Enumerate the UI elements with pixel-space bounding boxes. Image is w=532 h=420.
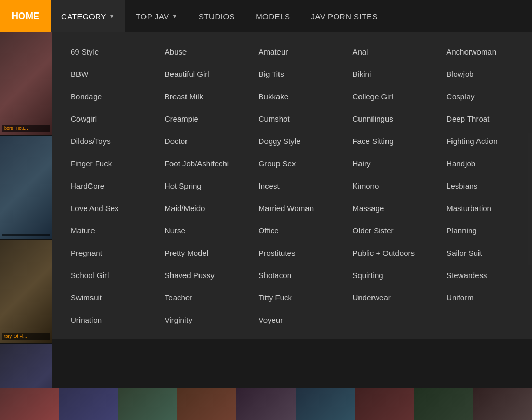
category-dropdown: 69 StyleAbuseAmateurAnalAnchorwomanBBWBe… xyxy=(52,32,532,339)
category-item[interactable]: Planning xyxy=(438,219,532,242)
category-item[interactable]: Bondage xyxy=(62,85,156,108)
card-label-3: tory Of Fl... xyxy=(2,333,50,340)
category-item[interactable]: Cowgirl xyxy=(62,108,156,130)
category-item[interactable]: Pregnant xyxy=(62,242,156,264)
nav-models-label: MODELS xyxy=(256,12,290,21)
bottom-thumb-4[interactable] xyxy=(177,388,236,420)
category-item[interactable]: Amateur xyxy=(250,41,344,63)
bottom-thumb-6[interactable] xyxy=(296,388,355,420)
category-item[interactable]: Love And Sex xyxy=(62,197,156,219)
bottom-thumbnail-row xyxy=(0,388,532,420)
category-item[interactable]: Masturbation xyxy=(438,197,532,219)
card-label-2 xyxy=(2,234,50,236)
category-item[interactable]: Sailor Suit xyxy=(438,242,532,264)
nav-category-label: CATEGORY xyxy=(61,12,107,21)
category-item[interactable]: Handjob xyxy=(438,152,532,175)
category-item[interactable]: Office xyxy=(250,219,344,242)
bottom-thumb-8[interactable] xyxy=(414,388,473,420)
category-item[interactable]: Married Woman xyxy=(250,197,344,219)
nav-jav-porn-sites-label: JAV PORN SITES xyxy=(311,12,377,21)
category-item[interactable]: 69 Style xyxy=(62,41,156,63)
nav-item-jav-porn-sites[interactable]: JAV PORN SITES xyxy=(300,0,388,32)
category-item[interactable]: Beautiful Girl xyxy=(156,63,250,85)
sidebar-card-1[interactable]: bors' Hou... xyxy=(0,32,52,136)
bottom-thumb-3[interactable] xyxy=(118,388,178,420)
category-item[interactable]: Virginity xyxy=(156,309,250,331)
category-item[interactable]: BBW xyxy=(62,63,156,85)
category-item[interactable]: Older Sister xyxy=(344,219,438,242)
nav-item-studios[interactable]: STUDIOS xyxy=(188,0,245,32)
category-item[interactable]: Incest xyxy=(250,175,344,197)
category-item[interactable]: Stewardess xyxy=(438,264,532,286)
category-item[interactable]: Blowjob xyxy=(438,63,532,85)
category-item[interactable]: HardCore xyxy=(62,175,156,197)
category-item[interactable]: Lesbians xyxy=(438,175,532,197)
category-item[interactable]: Nurse xyxy=(156,219,250,242)
category-item[interactable]: School Girl xyxy=(62,264,156,286)
nav-top-jav-label: TOP JAV xyxy=(136,12,169,21)
category-item[interactable]: Doggy Style xyxy=(250,130,344,152)
sidebar-cards: bors' Hou... tory Of Fl... xyxy=(0,32,52,420)
category-item[interactable]: Prostitutes xyxy=(250,242,344,264)
category-item[interactable]: Creampie xyxy=(156,108,250,130)
sidebar-card-3[interactable]: tory Of Fl... xyxy=(0,240,52,344)
bottom-thumb-5[interactable] xyxy=(236,388,296,420)
category-item[interactable]: College Girl xyxy=(344,85,438,108)
nav-studios-label: STUDIOS xyxy=(198,12,235,21)
category-item[interactable]: Swimsuit xyxy=(62,286,156,309)
category-item[interactable]: Cunnilingus xyxy=(344,108,438,130)
category-item[interactable]: Foot Job/Ashifechi xyxy=(156,152,250,175)
category-item[interactable]: Doctor xyxy=(156,130,250,152)
home-button[interactable]: HOME xyxy=(0,0,51,32)
category-item[interactable]: Mature xyxy=(62,219,156,242)
bottom-thumb-1[interactable] xyxy=(0,388,59,420)
category-item[interactable]: Maid/Meido xyxy=(156,197,250,219)
category-item[interactable]: Big Tits xyxy=(250,63,344,85)
category-item[interactable]: Anal xyxy=(344,41,438,63)
category-item[interactable]: Cumshot xyxy=(250,108,344,130)
nav-item-models[interactable]: MODELS xyxy=(245,0,300,32)
chevron-down-icon: ▼ xyxy=(109,13,115,19)
nav-item-top-jav[interactable]: TOP JAV ▼ xyxy=(125,0,188,32)
category-item[interactable]: Titty Fuck xyxy=(250,286,344,309)
bottom-thumb-9[interactable] xyxy=(473,388,532,420)
category-item[interactable]: Squirting xyxy=(344,264,438,286)
category-item[interactable]: Underwear xyxy=(344,286,438,309)
category-item[interactable]: Pretty Model xyxy=(156,242,250,264)
navbar: HOME CATEGORY ▼ TOP JAV ▼ STUDIOS MODELS… xyxy=(0,0,532,32)
sidebar-card-2[interactable] xyxy=(0,136,52,240)
category-item[interactable]: Kimono xyxy=(344,175,438,197)
category-item[interactable]: Deep Throat xyxy=(438,108,532,130)
category-item[interactable]: Finger Fuck xyxy=(62,152,156,175)
category-item[interactable]: Massage xyxy=(344,197,438,219)
nav-item-category[interactable]: CATEGORY ▼ xyxy=(51,0,125,32)
bottom-thumb-7[interactable] xyxy=(355,388,414,420)
category-item[interactable]: Breast Milk xyxy=(156,85,250,108)
category-item[interactable]: Bukkake xyxy=(250,85,344,108)
category-item[interactable]: Bikini xyxy=(344,63,438,85)
category-item[interactable]: Urination xyxy=(62,309,156,331)
category-item[interactable]: Cosplay xyxy=(438,85,532,108)
home-label: HOME xyxy=(11,11,39,22)
category-item[interactable]: Hairy xyxy=(344,152,438,175)
category-item[interactable]: Shaved Pussy xyxy=(156,264,250,286)
category-item[interactable]: Face Sitting xyxy=(344,130,438,152)
bottom-thumb-2[interactable] xyxy=(59,388,118,420)
category-item[interactable]: Voyeur xyxy=(250,309,344,331)
category-item[interactable]: Group Sex xyxy=(250,152,344,175)
chevron-down-icon: ▼ xyxy=(172,13,178,19)
category-item[interactable]: Anchorwoman xyxy=(438,41,532,63)
category-item[interactable]: Shotacon xyxy=(250,264,344,286)
category-item[interactable]: Uniform xyxy=(438,286,532,309)
category-item[interactable]: Teacher xyxy=(156,286,250,309)
category-item[interactable]: Public + Outdoors xyxy=(344,242,438,264)
category-item[interactable]: Abuse xyxy=(156,41,250,63)
category-grid: 69 StyleAbuseAmateurAnalAnchorwomanBBWBe… xyxy=(62,41,532,331)
category-item[interactable]: Fighting Action xyxy=(438,130,532,152)
category-item[interactable]: Dildos/Toys xyxy=(62,130,156,152)
card-label-1: bors' Hou... xyxy=(2,125,50,132)
category-item[interactable]: Hot Spring xyxy=(156,175,250,197)
